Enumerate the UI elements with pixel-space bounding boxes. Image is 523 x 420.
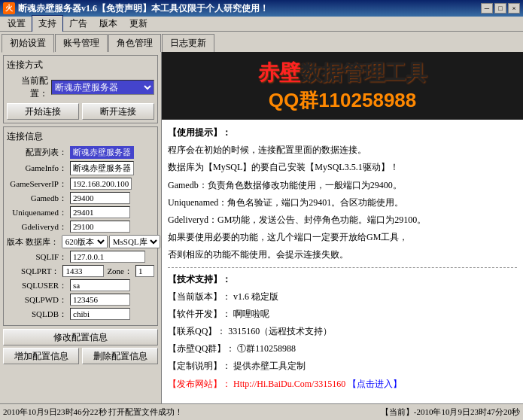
info-section-title: 连接信息 <box>7 130 154 143</box>
banner-qq: QQ群110258988 <box>269 87 417 114</box>
status-bar: 2010年10月9日23时46分22秒 打开配置文件成功！ 【当前】-2010年… <box>0 403 523 420</box>
title-bar: 火 断魂赤壁服务器v1.6【免责声明】本工具仅限于个人研究使用！ ─ □ × <box>0 0 523 17</box>
tip1: 程序会在初始的时候，连接配置里面的数据连接。 <box>168 143 517 157</box>
stop-connect-button[interactable]: 断开连接 <box>82 103 154 120</box>
tab-role-manage[interactable]: 角色管理 <box>108 34 161 52</box>
sqldb-row: SQLDB： <box>7 308 154 320</box>
modify-config-button[interactable]: 修改配置信息 <box>3 329 158 345</box>
sqlprt-label: SQLPRT： <box>7 266 59 277</box>
left-panel: 连接方式 当前配置： 断魂赤壁服务器 开始连接 断开连接 连接信息 配置列表： <box>0 52 162 403</box>
sqlprt-zone-group: Zone： <box>62 265 154 277</box>
window-controls: ─ □ × <box>481 3 520 14</box>
usage-tips-title: 【使用提示】： <box>168 126 517 140</box>
gameserverip-value: 192.168.200.100 <box>70 178 132 190</box>
sqlpwd-input[interactable] <box>70 294 130 306</box>
sqlpwd-row: SQLPWD： <box>7 294 154 306</box>
db-type-select[interactable]: MsSQL库 <box>109 235 160 248</box>
version-db-label: 版本 数据库： <box>7 236 59 248</box>
status-right: 【当前】-2010年10月9日23时47分20秒 <box>381 406 520 418</box>
version-db-row: 版本 数据库： 620版本 MsSQL库 <box>7 235 154 248</box>
uniquenamed-row: Uniquenamed： <box>7 206 154 218</box>
website-info: 【发布网站】： Http://Hi.BaiDu.Com/3315160 【点击进… <box>168 377 517 391</box>
qq-contact: 【联系QQ】： 3315160（远程技术支持） <box>168 324 517 339</box>
title-text: 断魂赤壁服务器v1.6【免责声明】本工具仅限于个人研究使用！ <box>18 2 481 15</box>
gameinfo-label: GameInfo： <box>7 163 67 174</box>
status-left: 2010年10月9日23时46分22秒 打开配置文件成功！ <box>3 406 381 418</box>
qq-group: 【赤壁QQ群】： ①群110258988 <box>168 342 517 356</box>
sqlprt-row: SQLPRT： Zone： <box>7 265 154 277</box>
maximize-button[interactable]: □ <box>494 3 506 14</box>
menu-bar: 设置 支持 广告 版本 更新 <box>0 17 523 32</box>
tech-support-title: 【技术支持】： <box>168 272 517 287</box>
app-icon: 火 <box>3 2 15 14</box>
version-info: 【当前版本】： v1.6 稳定版 <box>168 290 517 304</box>
tip5: Gdeliveryd：GM功能，发送公告、封停角色功能。端口为29100。 <box>168 213 517 227</box>
db-selects: 620版本 MsSQL库 <box>62 235 160 248</box>
current-config-row: 当前配置： 断魂赤壁服务器 <box>7 75 154 100</box>
close-button[interactable]: × <box>508 3 520 14</box>
tip3: Gamedb：负责角色数据修改功能使用，一般端口为29400。 <box>168 178 517 193</box>
tip4: Uniquenamed：角色名验证，端口为29401。合区功能使用。 <box>168 196 517 210</box>
sqldb-label: SQLDB： <box>7 309 67 320</box>
sqldb-input[interactable] <box>70 308 130 320</box>
menu-ads[interactable]: 广告 <box>63 16 93 32</box>
uniquenamed-label: Uniquenamed： <box>7 207 67 218</box>
right-panel: 赤壁数据管理工具 QQ群110258988 【使用提示】： 程序会在初始的时候，… <box>162 52 523 403</box>
tab-log-update[interactable]: 日志更新 <box>162 34 214 52</box>
website-link[interactable]: 【点击进入】 <box>348 379 402 389</box>
version-select[interactable]: 620版本 <box>62 235 108 248</box>
gameinfo-row: GameInfo： 断魂赤壁服务器 <box>7 161 154 175</box>
tab-account-manage[interactable]: 账号管理 <box>55 34 108 52</box>
tip7: 否则相应的功能不能使用。会提示连接失败。 <box>168 248 517 262</box>
delete-config-button[interactable]: 删除配置信息 <box>82 348 158 364</box>
config-list-value: 断魂赤壁服务器 <box>70 146 134 159</box>
sqluser-row: SQLUSER： <box>7 279 154 291</box>
developer-info: 【软件开发】： 啊哩啦呢 <box>168 307 517 321</box>
custom-info: 【定制说明】： 提供赤壁工具定制 <box>168 359 517 373</box>
current-config-label: 当前配置： <box>7 75 48 100</box>
sqlprt-input[interactable] <box>62 265 104 277</box>
main-content-area: 连接方式 当前配置： 断魂赤壁服务器 开始连接 断开连接 连接信息 配置列表： <box>0 52 523 403</box>
config-list-label: 配置列表： <box>7 147 67 158</box>
tip2: 数据库为【MySQL】的要自己安装【MySQL3.5.1驱动】！ <box>168 160 517 175</box>
gdeliveryd-row: Gdeliveryd： <box>7 221 154 233</box>
menu-version[interactable]: 版本 <box>93 16 123 32</box>
sqlif-input[interactable] <box>70 251 145 263</box>
tip6: 如果要使用必要的功能，这几个端口一定要开放给GM工具， <box>168 230 517 245</box>
gamedb-row: Gamedb： <box>7 192 154 204</box>
menu-update[interactable]: 更新 <box>123 16 154 32</box>
add-config-button[interactable]: 增加配置信息 <box>3 348 79 364</box>
gdeliveryd-input[interactable] <box>70 221 130 233</box>
sqluser-input[interactable] <box>70 279 130 291</box>
gdeliveryd-label: Gdeliveryd： <box>7 221 67 233</box>
zone-input[interactable] <box>135 265 154 277</box>
info-section: 连接信息 配置列表： 断魂赤壁服务器 GameInfo： 断魂赤壁服务器 Gam… <box>3 126 158 326</box>
connect-section-title: 连接方式 <box>7 59 154 72</box>
banner-title-part1: 赤壁 <box>258 61 300 84</box>
uniquenamed-input[interactable] <box>70 206 130 218</box>
banner-title-part2: 数据管理工具 <box>300 61 427 84</box>
config-list-row: 配置列表： 断魂赤壁服务器 <box>7 146 154 159</box>
sqlif-label: SQLIF： <box>7 251 67 263</box>
menu-support[interactable]: 支持 <box>32 15 63 32</box>
sqlpwd-label: SQLPWD： <box>7 294 67 306</box>
tab-initial-setup[interactable]: 初始设置 <box>2 34 54 53</box>
menu-settings[interactable]: 设置 <box>2 16 32 32</box>
right-content: 【使用提示】： 程序会在初始的时候，连接配置里面的数据连接。 数据库为【MySQ… <box>162 120 523 403</box>
gameinfo-value: 断魂赤壁服务器 <box>70 161 134 175</box>
sqluser-label: SQLUSER： <box>7 280 67 291</box>
gamedb-input[interactable] <box>70 192 130 204</box>
connect-buttons: 开始连接 断开连接 <box>7 103 154 120</box>
start-connect-button[interactable]: 开始连接 <box>7 103 79 120</box>
tab-bar: 初始设置 账号管理 角色管理 日志更新 <box>0 32 523 52</box>
add-delete-buttons: 增加配置信息 删除配置信息 <box>3 348 158 364</box>
content-divider <box>168 267 517 268</box>
config-select[interactable]: 断魂赤壁服务器 <box>51 80 154 95</box>
website-label: 【发布网站】： Http://Hi.BaiDu.Com/3315160 <box>168 379 345 389</box>
sqlif-row: SQLIF： <box>7 251 154 263</box>
banner: 赤壁数据管理工具 QQ群110258988 <box>162 52 523 120</box>
connect-section: 连接方式 当前配置： 断魂赤壁服务器 开始连接 断开连接 <box>3 55 158 123</box>
banner-title: 赤壁数据管理工具 <box>258 59 427 87</box>
gameserverip-label: GameServerIP： <box>7 178 67 190</box>
minimize-button[interactable]: ─ <box>481 3 493 14</box>
